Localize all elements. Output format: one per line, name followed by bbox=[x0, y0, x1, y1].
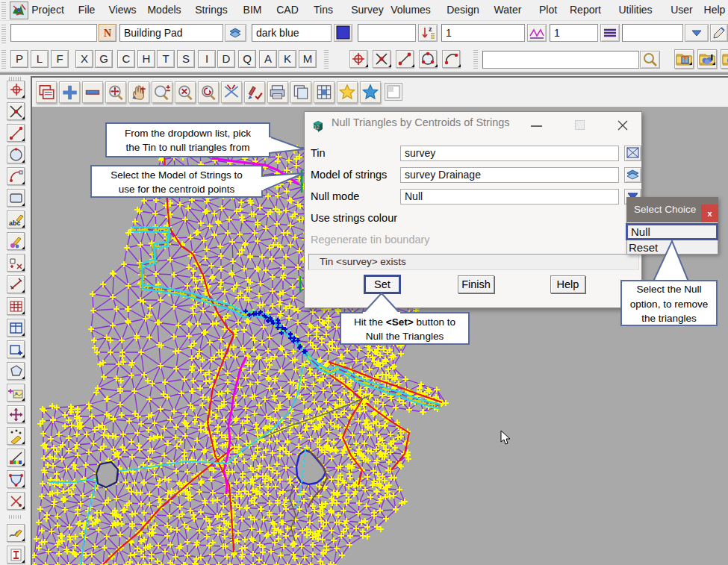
svg-text:12: 12 bbox=[314, 125, 320, 130]
svg-text:N: N bbox=[104, 28, 111, 39]
svg-text:z: z bbox=[429, 25, 432, 33]
